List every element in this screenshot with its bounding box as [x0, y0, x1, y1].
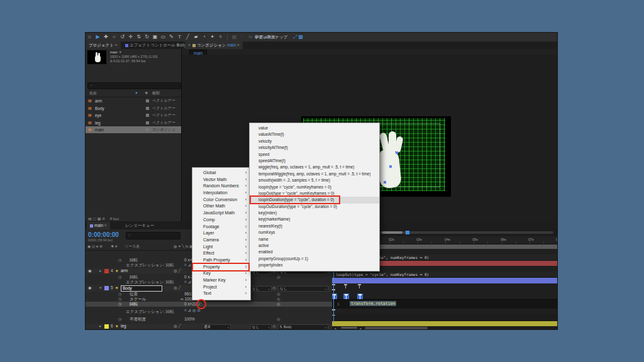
label-chip[interactable]: [146, 121, 149, 124]
trkmat-dropdown[interactable]: なし: [250, 286, 272, 292]
label-column-icon[interactable]: ❖: [145, 90, 148, 95]
property-pickwhip-icon[interactable]: ◎: [277, 297, 280, 302]
sort-arrow-icon[interactable]: ▲: [135, 90, 138, 94]
stopwatch-icon[interactable]: ◷: [118, 302, 121, 306]
horizontal-scrollbar-thumb[interactable]: [365, 327, 428, 329]
expression-editor-row[interactable]: 1 transform.rotation: [332, 299, 557, 309]
parent-dropdown[interactable]: 5. Body: [278, 324, 328, 329]
layer-switches[interactable]: ◍ ╱: [174, 285, 180, 290]
tool-icon[interactable]: ↻: [143, 33, 151, 41]
twirl-icon[interactable]: ▸: [99, 268, 101, 273]
menu-item[interactable]: temporalWiggle(freq, amp, octaves = 1, a…: [250, 171, 379, 177]
stopwatch-icon[interactable]: ◷: [118, 297, 121, 301]
twirl-icon[interactable]: ▾: [99, 285, 101, 290]
stopwatch-icon[interactable]: ◷: [118, 317, 121, 321]
stopwatch-icon[interactable]: ◷: [118, 275, 121, 279]
menu-item[interactable]: Light: [192, 244, 250, 251]
tool-icon[interactable]: T: [175, 33, 184, 41]
expression-row-rotation-body[interactable]: エクスプレッション: 回転 = ⊿ ◎ ⊙: [86, 307, 332, 315]
layer-switches[interactable]: ◍ ╱: [174, 268, 180, 273]
property-pickwhip-icon[interactable]: ◎: [277, 317, 280, 322]
menu-item[interactable]: value: [250, 125, 379, 131]
project-item-row[interactable]: ▤ leg ベクトルアー: [86, 119, 181, 126]
zoom-out-icon[interactable]: ▴: [335, 326, 336, 329]
parent-pickwhip-icon[interactable]: ◎: [272, 324, 276, 329]
layer-switches[interactable]: ◍ ╱: [174, 324, 180, 329]
tool-icon[interactable]: ✎: [167, 33, 175, 41]
tab-project[interactable]: プロジェクト ≡: [86, 41, 121, 49]
menu-item[interactable]: Random Numbers: [192, 183, 250, 190]
tool-icon[interactable]: ▶: [94, 33, 102, 41]
label-chip[interactable]: [104, 269, 109, 273]
project-search-input[interactable]: ○: [87, 82, 181, 89]
property-label[interactable]: 不透明度: [130, 317, 146, 322]
menu-item[interactable]: Footage: [192, 224, 250, 231]
tool-icon[interactable]: ╱: [184, 33, 192, 41]
layer-name[interactable]: arm: [121, 268, 128, 273]
current-timecode[interactable]: 0:00:00:00: [88, 231, 119, 238]
label-chip[interactable]: [146, 128, 149, 131]
eye-icon[interactable]: ◉: [88, 285, 92, 290]
timeline-nav-thumb[interactable]: [382, 231, 402, 234]
menu-item[interactable]: Other Math: [192, 203, 250, 210]
tab-overflow-chevron[interactable]: »: [174, 41, 182, 49]
menu-item[interactable]: Key: [192, 270, 250, 277]
tool-icon[interactable]: ✦: [208, 33, 216, 41]
property-row-opacity[interactable]: ◷ 不透明度 100% ◎: [86, 317, 332, 322]
panel-menu-icon[interactable]: ≡: [115, 43, 118, 47]
menu-item[interactable]: propertyGroup(countUp = 1): [250, 256, 379, 262]
menu-item[interactable]: Project: [192, 284, 250, 291]
tool-icon[interactable]: ✚: [102, 33, 110, 41]
property-pickwhip-icon[interactable]: ◎: [277, 292, 280, 297]
comp-panel-menu-icon[interactable]: ≡: [237, 43, 240, 47]
property-pickwhip-icon[interactable]: ◎: [277, 275, 280, 280]
col-source-name[interactable]: ソース名: [125, 244, 140, 250]
property-value[interactable]: 0 x+20.0°: [184, 302, 202, 306]
menu-item[interactable]: Layer: [192, 230, 250, 237]
tool-icon[interactable]: ▣: [151, 33, 159, 41]
stopwatch-icon[interactable]: ◷: [118, 292, 121, 296]
close-icon[interactable]: ×: [188, 43, 191, 47]
label-chip[interactable]: [146, 107, 149, 110]
menu-item[interactable]: name: [250, 236, 379, 243]
menu-item[interactable]: propertyIndex: [250, 262, 379, 268]
workspace-grid-icon[interactable]: ⤢ ▩: [293, 33, 303, 41]
expression-language-menu-icons[interactable]: = ⊿ ◎ ⊙: [184, 308, 201, 313]
tool-icon[interactable]: ⌂: [86, 33, 94, 41]
project-item-row[interactable]: ▤ eye ベクトルアー: [86, 112, 181, 119]
menu-item[interactable]: Global: [192, 170, 250, 177]
zoom-in-icon[interactable]: ▴: [360, 326, 362, 329]
label-chip[interactable]: [104, 286, 109, 290]
tool-icon[interactable]: ▭: [159, 33, 167, 41]
tool-icon[interactable]: ↺: [118, 33, 126, 41]
menu-item[interactable]: Marker Key: [192, 277, 250, 284]
menu-item[interactable]: loopInDuration(type = "cycle", duration …: [250, 197, 379, 203]
tool-icon[interactable]: ✧: [216, 33, 225, 41]
label-chip[interactable]: [146, 99, 149, 102]
project-footer-icons[interactable]: ▤ ▢ ▦ ⊘: [88, 217, 105, 221]
blend-mode-dropdown[interactable]: 通常: [202, 324, 231, 329]
menu-item[interactable]: speed: [250, 151, 379, 158]
caret-down-icon[interactable]: ▼: [118, 50, 121, 54]
selection-handle[interactable]: [396, 151, 398, 154]
eye-icon[interactable]: ◉: [88, 268, 92, 273]
tool-icon[interactable]: ⇅: [135, 33, 143, 41]
project-item-row[interactable]: ▤ arm ベクトルアー: [86, 97, 181, 104]
menu-item[interactable]: wiggle(freq, amp, octaves = 1, amp_mult …: [250, 164, 379, 170]
selected-keyframe-icon[interactable]: [357, 293, 363, 299]
menu-item[interactable]: Vector Math: [192, 177, 250, 184]
project-item-row[interactable]: ▤ main コンポジショ: [86, 126, 181, 133]
menu-item[interactable]: loopIn(type = "cycle", numKeyframes = 0): [250, 184, 379, 190]
menu-item[interactable]: key(index): [250, 210, 379, 216]
timeline-search-input[interactable]: ○: [126, 232, 180, 239]
menu-item[interactable]: smooth(width = .2, samples = 5, t = time…: [250, 177, 379, 184]
nav-playhead-marker[interactable]: [406, 231, 409, 234]
menu-item[interactable]: Text: [192, 290, 250, 297]
tool-icon[interactable]: ◔: [200, 33, 208, 41]
menu-item[interactable]: key(markerName): [250, 216, 379, 222]
workspace-tab[interactable]: 小さい画面: [255, 33, 275, 41]
zoom-slider[interactable]: [341, 327, 357, 329]
layer-row-leg[interactable]: ▸ 6 ★ leg ◍ ╱ 通常 なし ◎ 5. Body: [86, 324, 332, 329]
property-pickwhip-icon[interactable]: ◎: [277, 302, 280, 307]
tab-timeline-main[interactable]: main ≡: [87, 222, 110, 229]
